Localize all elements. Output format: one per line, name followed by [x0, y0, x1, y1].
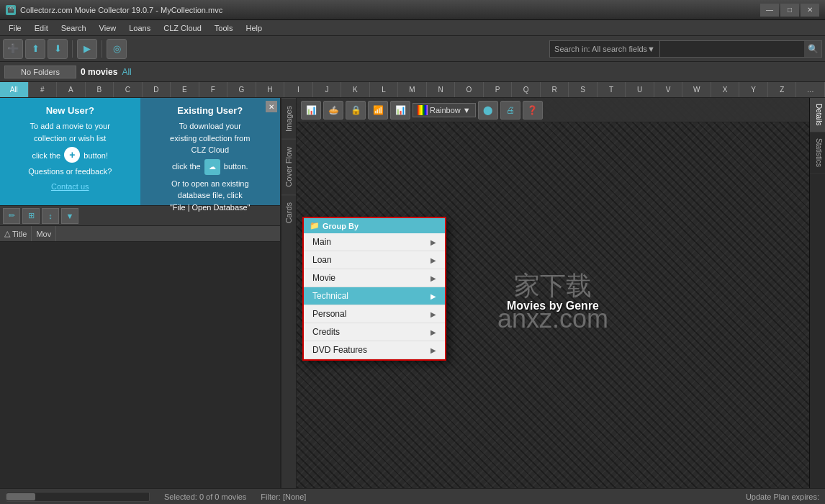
alpha-t[interactable]: T — [598, 82, 626, 97]
dropdown-title: Group By — [323, 222, 359, 230]
menu-tools[interactable]: Tools — [209, 22, 239, 34]
horizontal-scrollbar[interactable] — [6, 492, 150, 502]
alpha-d[interactable]: D — [143, 82, 171, 97]
alpha-v[interactable]: V — [654, 82, 683, 97]
alpha-all[interactable]: All — [0, 82, 29, 97]
maximize-button[interactable]: □ — [780, 4, 799, 17]
menubar: File Edit Search View Loans CLZ Cloud To… — [0, 20, 825, 36]
right-tab-details[interactable]: Details — [810, 98, 825, 132]
right-tab-statistics[interactable]: Statistics — [810, 132, 825, 174]
alpha-b[interactable]: B — [86, 82, 114, 97]
alpha-y[interactable]: Y — [739, 82, 768, 97]
play-button[interactable]: ▶ — [77, 39, 97, 59]
sort-arrow: △ — [4, 229, 10, 238]
dropdown-main-arrow: ▶ — [430, 238, 436, 246]
search-area: Search in: All search fields ▼ 🔍 — [549, 40, 822, 58]
columns-button[interactable]: ⊞ — [22, 208, 40, 224]
chart-print-button[interactable]: 🖨 — [500, 101, 520, 120]
cloud-download-button[interactable]: ⬇ — [48, 39, 68, 59]
alpha-k[interactable]: K — [341, 82, 370, 97]
scan-button[interactable]: ◎ — [107, 39, 127, 59]
alpha-n[interactable]: N — [427, 82, 456, 97]
scrollbar-thumb — [6, 493, 35, 500]
alpha-h[interactable]: H — [256, 82, 285, 97]
dropdown-loan[interactable]: Loan ▶ — [304, 251, 445, 269]
alpha-e[interactable]: E — [171, 82, 199, 97]
separator-1 — [72, 40, 73, 58]
title-column-header[interactable]: △ Title — [0, 226, 32, 241]
existing-user-alt: Or to open an existing database file, cl… — [148, 178, 274, 214]
dropdown-credits-arrow: ▶ — [430, 328, 436, 336]
contact-us-link[interactable]: Contact us — [51, 182, 89, 191]
menu-search[interactable]: Search — [55, 22, 92, 34]
cloud-upload-button[interactable]: ⬆ — [25, 39, 45, 59]
close-panels-button[interactable]: ✕ — [266, 101, 277, 112]
alpha-f[interactable]: F — [199, 82, 228, 97]
chart-lock-button[interactable]: 🔒 — [346, 101, 366, 120]
alpha-ellipsis[interactable]: … — [796, 82, 825, 97]
alpha-m[interactable]: M — [398, 82, 427, 97]
dropdown-credits[interactable]: Credits ▶ — [304, 323, 445, 341]
filter-button[interactable]: ▼ — [61, 208, 78, 224]
search-dropdown[interactable]: Search in: All search fields ▼ — [550, 41, 660, 57]
rainbow-selector[interactable]: Rainbow ▼ — [412, 103, 476, 117]
chart-bar2-button[interactable]: 📶 — [368, 101, 388, 120]
chart-circle-button[interactable]: ⬤ — [478, 101, 498, 120]
new-user-panel: New User? To add a movie to your collect… — [0, 98, 140, 205]
alpha-r[interactable]: R — [541, 82, 569, 97]
new-user-line1: To add a movie to your collection or wis… — [7, 120, 133, 144]
alpha-j[interactable]: J — [313, 82, 342, 97]
minimize-button[interactable]: — — [760, 4, 779, 17]
alpha-i[interactable]: I — [284, 82, 313, 97]
menu-help[interactable]: Help — [240, 22, 268, 34]
chart-help-button[interactable]: ❓ — [523, 101, 543, 120]
side-tab-images[interactable]: Images — [281, 98, 296, 139]
menu-loans[interactable]: Loans — [123, 22, 156, 34]
dropdown-dvd-features[interactable]: DVD Features ▶ — [304, 341, 445, 359]
menu-edit[interactable]: Edit — [29, 22, 54, 34]
alpha-a[interactable]: A — [57, 82, 86, 97]
movie-column-header[interactable]: Mov — [32, 226, 56, 241]
sort-button[interactable]: ↕ — [42, 208, 59, 224]
close-button[interactable]: ✕ — [801, 4, 819, 17]
edit-button[interactable]: ✏ — [3, 208, 20, 224]
alpha-l[interactable]: L — [370, 82, 399, 97]
menu-clz-cloud[interactable]: CLZ Cloud — [158, 22, 207, 34]
side-tab-cards[interactable]: Cards — [281, 194, 296, 230]
right-side-tabs: Details Statistics — [809, 98, 825, 504]
alpha-hash[interactable]: # — [29, 82, 58, 97]
alpha-s[interactable]: S — [569, 82, 598, 97]
existing-user-panel: Existing User? To download your existing… — [140, 98, 281, 205]
list-area: △ Title Mov — [0, 226, 280, 504]
alpha-u[interactable]: U — [626, 82, 654, 97]
chart-bar3-button[interactable]: 📊 — [390, 101, 410, 120]
add-button[interactable]: ➕ — [3, 39, 23, 59]
alpha-z[interactable]: Z — [768, 82, 797, 97]
existing-user-action: click the ☁ button. — [148, 159, 274, 175]
dropdown-personal[interactable]: Personal ▶ — [304, 305, 445, 323]
dropdown-movie-arrow: ▶ — [430, 274, 436, 282]
list-header: △ Title Mov — [0, 226, 280, 242]
alpha-o[interactable]: O — [455, 82, 484, 97]
alpha-x[interactable]: X — [711, 82, 740, 97]
chart-pie-button[interactable]: 🥧 — [323, 101, 343, 120]
all-link[interactable]: All — [122, 67, 131, 77]
folder-selector[interactable]: No Folders — [4, 66, 76, 78]
search-input[interactable] — [660, 45, 804, 53]
chart-title: Movies by Genre — [507, 300, 599, 312]
chart-bar-button[interactable]: 📊 — [301, 101, 321, 120]
alpha-q[interactable]: Q — [512, 82, 541, 97]
alpha-c[interactable]: C — [114, 82, 143, 97]
dropdown-movie[interactable]: Movie ▶ — [304, 269, 445, 287]
search-dropdown-arrow: ▼ — [647, 45, 655, 53]
alpha-w[interactable]: W — [682, 82, 711, 97]
alpha-g[interactable]: G — [227, 82, 256, 97]
side-tab-coverflow[interactable]: Cover Flow — [281, 139, 296, 194]
alpha-p[interactable]: P — [484, 82, 513, 97]
menu-view[interactable]: View — [94, 22, 122, 34]
dropdown-technical[interactable]: Technical ▶ — [304, 287, 445, 305]
search-button[interactable]: 🔍 — [804, 41, 821, 57]
rainbow-label: Rainbow — [430, 106, 461, 114]
menu-file[interactable]: File — [3, 22, 27, 34]
dropdown-main[interactable]: Main ▶ — [304, 233, 445, 251]
